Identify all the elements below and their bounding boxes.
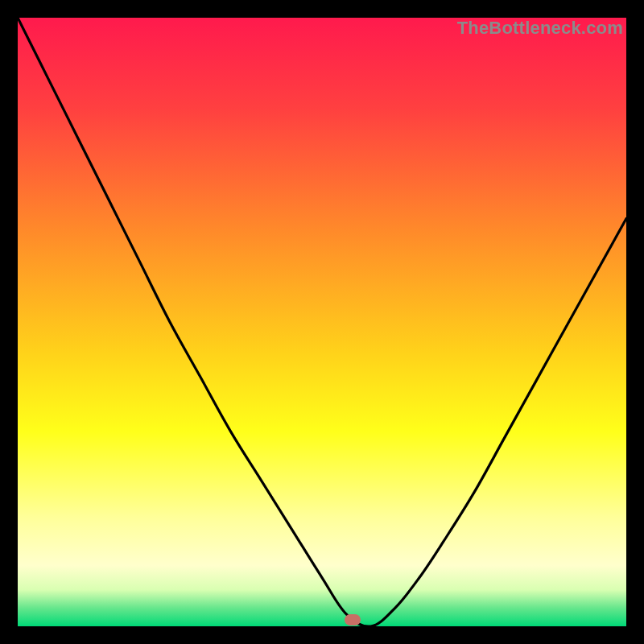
watermark-text: TheBottleneck.com <box>457 18 623 39</box>
bottleneck-curve-path <box>18 18 626 626</box>
plot-area: TheBottleneck.com <box>18 18 626 626</box>
optimal-point-marker <box>345 614 361 625</box>
bottleneck-curve <box>18 18 626 626</box>
chart-frame: TheBottleneck.com <box>0 0 644 644</box>
